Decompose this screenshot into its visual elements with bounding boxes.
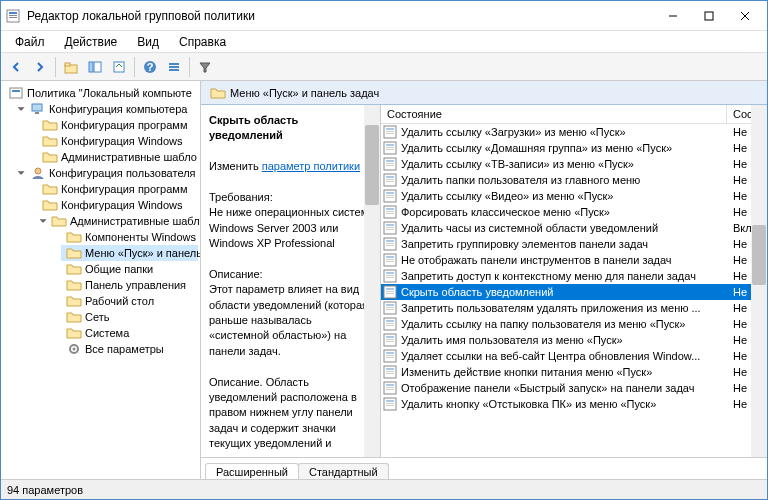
collapse-icon[interactable]: ⏷	[15, 168, 27, 178]
list-item[interactable]: Удалить ссылку «Загрузки» из меню «Пуск»…	[381, 124, 767, 140]
status-text: 94 параметров	[7, 484, 83, 496]
tree-item[interactable]: Сеть	[61, 309, 198, 325]
minimize-button[interactable]	[655, 3, 691, 29]
policy-icon	[383, 189, 397, 203]
svg-rect-27	[386, 131, 394, 132]
filter-button[interactable]	[194, 56, 216, 78]
list-item[interactable]: Не отображать панели инструментов в пане…	[381, 252, 767, 268]
col-state[interactable]: Состояние	[381, 105, 727, 123]
tree-item[interactable]: Конфигурация Windows	[37, 197, 198, 213]
tree-user-config[interactable]: ⏷Конфигурация пользователя	[13, 165, 198, 181]
menubar: Файл Действие Вид Справка	[1, 31, 767, 53]
tree-item[interactable]: Общие папки	[61, 261, 198, 277]
list-item[interactable]: Удалить имя пользователя из меню «Пуск»Н…	[381, 332, 767, 348]
item-text: Скрыть область уведомлений	[401, 286, 554, 298]
export-button[interactable]	[108, 56, 130, 78]
svg-rect-70	[386, 304, 394, 306]
tree-item-startmenu[interactable]: Меню «Пуск» и панель	[61, 245, 198, 261]
svg-rect-58	[386, 256, 394, 258]
item-text: Удалить имя пользователя из меню «Пуск»	[401, 334, 623, 346]
svg-rect-96	[386, 405, 394, 406]
list-item[interactable]: Удалить ссылку на папку пользователя из …	[381, 316, 767, 332]
policy-icon	[383, 205, 397, 219]
show-tree-button[interactable]	[84, 56, 106, 78]
policy-list[interactable]: Состояние Сос Удалить ссылку «Загрузки» …	[381, 105, 767, 457]
tree-item[interactable]: Рабочий стол	[61, 293, 198, 309]
svg-rect-43	[386, 195, 394, 196]
collapse-icon[interactable]: ⏷	[15, 104, 27, 114]
list-item[interactable]: Удаляет ссылки на веб-сайт Центра обновл…	[381, 348, 767, 364]
description-text: Этот параметр влияет на вид области увед…	[209, 283, 368, 357]
list-button[interactable]	[163, 56, 185, 78]
back-button[interactable]	[5, 56, 27, 78]
tree-item[interactable]: Административные шабло	[37, 149, 198, 165]
svg-rect-71	[386, 307, 394, 308]
tree-item[interactable]: Панель управления	[61, 277, 198, 293]
item-text: Удалить ссылку «Домашняя группа» из меню…	[401, 142, 672, 154]
tab-standard[interactable]: Стандартный	[298, 463, 389, 479]
menu-action[interactable]: Действие	[55, 33, 128, 51]
svg-rect-68	[386, 293, 394, 294]
list-item[interactable]: Удалить кнопку «Отстыковка ПК» из меню «…	[381, 396, 767, 412]
scrollbar[interactable]	[751, 105, 767, 457]
tree-item[interactable]: Конфигурация программ	[37, 117, 198, 133]
svg-rect-16	[169, 66, 179, 68]
list-item[interactable]: Удалить ссылку «ТВ-записи» из меню «Пуск…	[381, 156, 767, 172]
svg-rect-31	[386, 147, 394, 148]
svg-point-22	[35, 168, 41, 174]
menu-help[interactable]: Справка	[169, 33, 236, 51]
collapse-icon[interactable]: ⏷	[39, 216, 48, 226]
svg-rect-80	[386, 341, 394, 342]
policy-icon	[383, 237, 397, 251]
policy-icon	[383, 253, 397, 267]
svg-rect-21	[35, 112, 39, 114]
tree-item[interactable]: Система	[61, 325, 198, 341]
svg-rect-32	[386, 149, 394, 150]
up-button[interactable]	[60, 56, 82, 78]
tree-root[interactable]: Политика "Локальный компьюте	[3, 85, 198, 101]
content-header: Меню «Пуск» и панель задач	[201, 81, 767, 105]
tree-item[interactable]: Конфигурация Windows	[37, 133, 198, 149]
item-text: Запретить пользователям удалять приложен…	[401, 302, 701, 314]
list-item[interactable]: Форсировать классическое меню «Пуск»Не	[381, 204, 767, 220]
svg-rect-59	[386, 259, 394, 260]
list-item[interactable]: Запретить доступ к контекстному меню для…	[381, 268, 767, 284]
tab-extended[interactable]: Расширенный	[205, 463, 299, 479]
svg-rect-82	[386, 352, 394, 354]
menu-view[interactable]: Вид	[127, 33, 169, 51]
list-item[interactable]: Отображение панели «Быстрый запуск» на п…	[381, 380, 767, 396]
menu-file[interactable]: Файл	[5, 33, 55, 51]
list-header: Состояние Сос	[381, 105, 767, 124]
list-item[interactable]: Изменить действие кнопки питания меню «П…	[381, 364, 767, 380]
svg-rect-39	[386, 179, 394, 180]
list-item[interactable]: Запретить пользователям удалять приложен…	[381, 300, 767, 316]
close-button[interactable]	[727, 3, 763, 29]
list-item[interactable]: Удалить часы из системной области уведом…	[381, 220, 767, 236]
svg-rect-15	[169, 63, 179, 65]
svg-rect-88	[386, 373, 394, 374]
item-text: Изменить действие кнопки питания меню «П…	[401, 366, 652, 378]
tree-panel[interactable]: Политика "Локальный компьюте ⏷Конфигурац…	[1, 81, 201, 479]
svg-rect-47	[386, 211, 394, 212]
tree-item[interactable]: Компоненты Windows	[61, 229, 198, 245]
help-button[interactable]: ?	[139, 56, 161, 78]
svg-rect-30	[386, 144, 394, 146]
svg-rect-62	[386, 272, 394, 274]
svg-point-24	[73, 348, 76, 351]
forward-button[interactable]	[29, 56, 51, 78]
tree-admin-templates[interactable]: ⏷Административные шабло	[37, 213, 198, 229]
tree-all-params[interactable]: Все параметры	[61, 341, 198, 357]
maximize-button[interactable]	[691, 3, 727, 29]
folder-icon	[66, 294, 82, 308]
tree-computer-config[interactable]: ⏷Конфигурация компьютера	[13, 101, 198, 117]
edit-link[interactable]: параметр политики	[262, 160, 360, 172]
list-item[interactable]: Удалить папки пользователя из главного м…	[381, 172, 767, 188]
list-item[interactable]: Скрыть область уведомленийНе	[381, 284, 767, 300]
svg-rect-66	[386, 288, 394, 290]
tree-item[interactable]: Конфигурация программ	[37, 181, 198, 197]
scrollbar[interactable]	[364, 105, 380, 457]
computer-icon	[30, 102, 46, 116]
list-item[interactable]: Удалить ссылку «Видео» из меню «Пуск»Не	[381, 188, 767, 204]
list-item[interactable]: Удалить ссылку «Домашняя группа» из меню…	[381, 140, 767, 156]
list-item[interactable]: Запретить группировку элементов панели з…	[381, 236, 767, 252]
